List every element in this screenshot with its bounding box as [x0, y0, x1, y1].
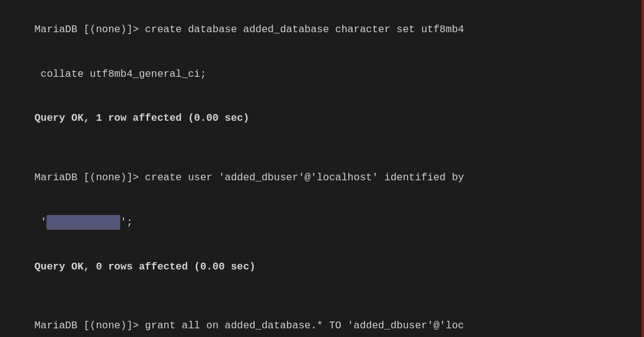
redacted-password-1	[46, 215, 120, 230]
spacer-1	[10, 141, 632, 155]
cmd-create-user: MariaDB [(none)]> create user 'added_dbu…	[10, 155, 632, 200]
result-create-database: Query OK, 1 row affected (0.00 sec)	[10, 97, 632, 141]
result-create-user: Query OK, 0 rows affected (0.00 sec)	[10, 245, 632, 289]
spacer-2	[10, 289, 632, 304]
cmd-create-user-cont: ' ';	[10, 200, 632, 245]
cmd-create-database-cont: collate utf8mb4_general_ci;	[10, 52, 632, 97]
cmd-create-database: MariaDB [(none)]> create database added_…	[10, 7, 632, 52]
terminal-window: MariaDB [(none)]> create database added_…	[0, 0, 644, 337]
cmd-grant: MariaDB [(none)]> grant all on added_dat…	[10, 304, 632, 337]
